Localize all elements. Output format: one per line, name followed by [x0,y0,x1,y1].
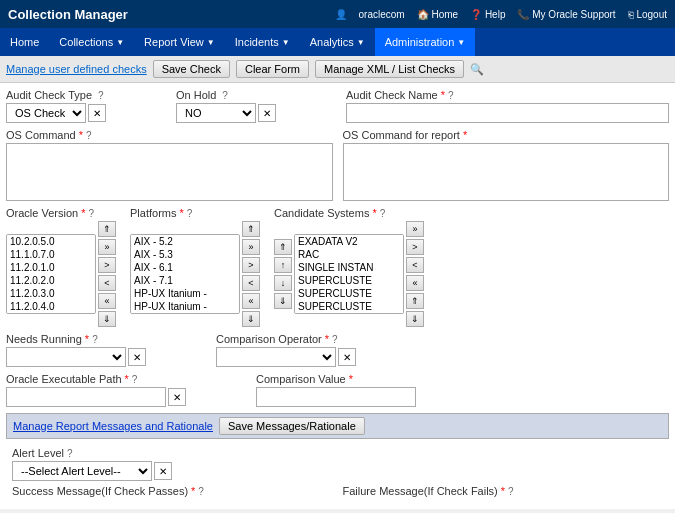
manage-xml-button[interactable]: Manage XML / List Checks [315,60,464,78]
nav-home[interactable]: Home [0,28,49,56]
manage-messages-link[interactable]: Manage Report Messages and Rationale [13,420,213,432]
candidate-systems-listbox[interactable]: EXADATA V2 RAC SINGLE INSTAN SUPERCLUSTE… [294,234,404,314]
candidate-systems-group: Candidate Systems * ? ⇑ ↑ ↓ ⇓ EXADATA V2… [274,207,669,327]
platforms-controls: ⇑ » > < « ⇓ [242,221,260,327]
toolbar: Manage user defined checks Save Check Cl… [0,56,675,83]
manage-checks-link[interactable]: Manage user defined checks [6,63,147,75]
comparison-value-group: Comparison Value * [256,373,416,407]
oracle-exec-path-group: Oracle Executable Path * ? ✕ [6,373,186,407]
on-hold-label: On Hold ? [176,89,276,101]
audit-check-type-help[interactable]: ? [98,90,104,101]
alert-level-help[interactable]: ? [67,448,73,459]
candidate-systems-controls-left: ⇑ ↑ ↓ ⇓ [274,239,292,309]
candidate-left[interactable]: < [406,257,424,273]
os-command-textarea[interactable] [6,143,333,201]
candidate-systems-label: Candidate Systems * ? [274,207,669,219]
audit-check-type-select[interactable]: OS Check DB Check Custom [6,103,86,123]
row-2: OS Command * ? OS Command for report * [6,129,669,201]
failure-message-help[interactable]: ? [508,486,514,497]
platforms-left[interactable]: < [242,275,260,291]
candidate-up[interactable]: ↑ [274,257,292,273]
help-nav-item[interactable]: ❓ Help [470,9,505,20]
platforms-bottom[interactable]: ⇓ [242,311,260,327]
user-label: oraclecom [359,9,405,20]
oracle-exec-path-label: Oracle Executable Path * ? [6,373,186,385]
needs-running-clear[interactable]: ✕ [128,348,146,366]
oracle-exec-path-help[interactable]: ? [132,374,138,385]
nav-incidents[interactable]: Incidents ▼ [225,28,300,56]
support-nav-item[interactable]: 📞 My Oracle Support [517,9,615,20]
alert-level-select[interactable]: --Select Alert Level-- [12,461,152,481]
platforms-label: Platforms * ? [130,207,260,219]
candidate-systems-help[interactable]: ? [380,208,386,219]
search-icon[interactable]: 🔍 [470,63,484,76]
candidate-bottom[interactable]: ⇓ [274,293,292,309]
comparison-operator-group: Comparison Operator * ? ✕ [216,333,356,367]
comparison-operator-clear[interactable]: ✕ [338,348,356,366]
oracle-version-top[interactable]: ⇑ [98,221,116,237]
needs-running-help[interactable]: ? [92,334,98,345]
logout-nav-item[interactable]: ⎗ Logout [628,9,667,20]
failure-message-group: Failure Message(If Check Fails) * ? [343,485,664,497]
top-bar: Collection Manager 👤 oraclecom 🏠 Home ❓ … [0,0,675,28]
clear-form-button[interactable]: Clear Form [236,60,309,78]
oracle-version-group: Oracle Version * ? 10.2.0.5.0 11.1.0.7.0… [6,207,116,327]
platforms-right[interactable]: > [242,257,260,273]
success-message-help[interactable]: ? [198,486,204,497]
alert-section: Alert Level ? --Select Alert Level-- ✕ [6,443,669,485]
oracle-version-right-all[interactable]: » [98,239,116,255]
success-message-group: Success Message(If Check Passes) * ? [12,485,333,497]
candidate-left-all[interactable]: « [406,275,424,291]
platforms-right-all[interactable]: » [242,239,260,255]
on-hold-select[interactable]: NO YES [176,103,256,123]
oracle-version-left-all[interactable]: « [98,293,116,309]
alert-level-label: Alert Level ? [12,447,663,459]
comparison-value-input[interactable] [256,387,416,407]
platforms-listbox-container: AIX - 5.2 AIX - 5.3 AIX - 6.1 AIX - 7.1 … [130,221,260,327]
platforms-help[interactable]: ? [187,208,193,219]
candidate-right-all[interactable]: » [406,221,424,237]
platforms-top[interactable]: ⇑ [242,221,260,237]
comparison-operator-help[interactable]: ? [332,334,338,345]
alert-level-clear[interactable]: ✕ [154,462,172,480]
candidate-down[interactable]: ↓ [274,275,292,291]
audit-check-type-clear[interactable]: ✕ [88,104,106,122]
needs-running-label: Needs Running * ? [6,333,146,345]
candidate-top[interactable]: ⇑ [274,239,292,255]
nav-report-view[interactable]: Report View ▼ [134,28,225,56]
platforms-listbox[interactable]: AIX - 5.2 AIX - 5.3 AIX - 6.1 AIX - 7.1 … [130,234,240,314]
success-message-label: Success Message(If Check Passes) * ? [12,485,333,497]
comparison-operator-select[interactable] [216,347,336,367]
save-messages-button[interactable]: Save Messages/Rationale [219,417,365,435]
needs-running-select[interactable] [6,347,126,367]
nav-analytics[interactable]: Analytics ▼ [300,28,375,56]
row-3: Oracle Version * ? 10.2.0.5.0 11.1.0.7.0… [6,207,669,327]
oracle-exec-path-clear[interactable]: ✕ [168,388,186,406]
oracle-exec-path-input[interactable] [6,387,166,407]
on-hold-clear[interactable]: ✕ [258,104,276,122]
nav-collections[interactable]: Collections ▼ [49,28,134,56]
platforms-left-all[interactable]: « [242,293,260,309]
os-command-report-textarea[interactable] [343,143,670,201]
oracle-version-label: Oracle Version * ? [6,207,116,219]
comparison-value-label: Comparison Value * [256,373,416,385]
oracle-version-listbox[interactable]: 10.2.0.5.0 11.1.0.7.0 11.2.0.1.0 11.2.0.… [6,234,96,314]
os-command-help[interactable]: ? [86,130,92,141]
audit-check-name-input[interactable] [346,103,669,123]
row-messages: Success Message(If Check Passes) * ? Fai… [6,485,669,497]
audit-check-name-help[interactable]: ? [448,90,454,101]
home-nav-item[interactable]: 🏠 Home [417,9,458,20]
on-hold-help[interactable]: ? [222,90,228,101]
oracle-version-left[interactable]: < [98,275,116,291]
candidate-right-bottom[interactable]: ⇓ [406,311,424,327]
nav-administration[interactable]: Administration ▼ [375,28,476,56]
row-1: Audit Check Type ? OS Check DB Check Cus… [6,89,669,123]
candidate-right-top[interactable]: ⇑ [406,293,424,309]
app-title: Collection Manager [8,7,128,22]
oracle-version-bottom[interactable]: ⇓ [98,311,116,327]
oracle-version-help[interactable]: ? [88,208,94,219]
candidate-right[interactable]: > [406,239,424,255]
os-command-label: OS Command * ? [6,129,333,141]
save-check-button[interactable]: Save Check [153,60,230,78]
oracle-version-right[interactable]: > [98,257,116,273]
